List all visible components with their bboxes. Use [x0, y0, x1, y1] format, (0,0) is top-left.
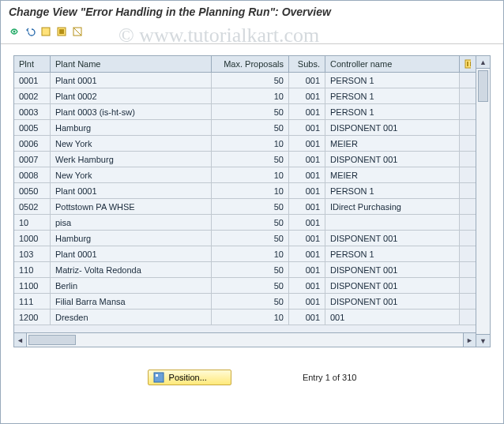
cell-plnt[interactable]: 0006	[14, 136, 51, 151]
cell-controller-name[interactable]: DISPONENT 001	[325, 152, 460, 167]
cell-subs[interactable]: 001	[289, 199, 325, 214]
cell-max-proposals[interactable]: 50	[212, 104, 289, 119]
col-header-controller-name[interactable]: Controller name	[325, 56, 460, 72]
cell-plant-name[interactable]: pisa	[51, 215, 212, 230]
cell-max-proposals[interactable]: 50	[212, 215, 289, 230]
cell-max-proposals[interactable]: 50	[212, 262, 289, 277]
cell-controller-name[interactable]: PERSON 1	[325, 104, 460, 119]
cell-plnt[interactable]: 1200	[14, 310, 51, 325]
cell-controller-name[interactable]: MEIER	[325, 136, 460, 151]
cell-plant-name[interactable]: Hamburg	[51, 231, 212, 246]
cell-max-proposals[interactable]: 10	[212, 136, 289, 151]
cell-subs[interactable]: 001	[289, 215, 325, 230]
v-scroll-track[interactable]	[476, 69, 490, 334]
cell-max-proposals[interactable]: 10	[212, 310, 289, 325]
undo-icon[interactable]	[23, 24, 37, 39]
cell-subs[interactable]: 001	[289, 104, 325, 119]
table-row[interactable]: 1000Hamburg50001DISPONENT 001	[14, 231, 476, 246]
cell-subs[interactable]: 001	[289, 120, 325, 135]
cell-subs[interactable]: 001	[289, 310, 325, 325]
table-row[interactable]: 0005Hamburg50001DISPONENT 001	[14, 120, 476, 136]
cell-plant-name[interactable]: Berlin	[51, 278, 212, 293]
cell-max-proposals[interactable]: 50	[212, 73, 289, 88]
cell-subs[interactable]: 001	[289, 294, 325, 309]
scroll-down-icon[interactable]: ▼	[476, 334, 490, 347]
cell-plant-name[interactable]: Plant 0001	[51, 183, 212, 198]
cell-max-proposals[interactable]: 10	[212, 246, 289, 261]
table-row[interactable]: 0008New York10001MEIER	[14, 167, 476, 183]
col-header-max-proposals[interactable]: Max. Proposals	[212, 56, 289, 72]
cell-plnt[interactable]: 1100	[14, 278, 51, 293]
cell-plant-name[interactable]: Plant 0003 (is-ht-sw)	[51, 104, 212, 119]
cell-plant-name[interactable]: Hamburg	[51, 120, 212, 135]
scroll-right-icon[interactable]: ►	[463, 333, 476, 347]
table-row[interactable]: 0003Plant 0003 (is-ht-sw)50001PERSON 1	[14, 104, 476, 120]
table-row[interactable]: 0007Werk Hamburg50001DISPONENT 001	[14, 152, 476, 167]
cell-plant-name[interactable]: Plant 0001	[51, 246, 212, 261]
cell-subs[interactable]: 001	[289, 88, 325, 103]
cell-controller-name[interactable]: PERSON 1	[325, 246, 460, 261]
cell-plant-name[interactable]: Filial Barra Mansa	[51, 294, 212, 309]
cell-plnt[interactable]: 111	[14, 294, 51, 309]
cell-controller-name[interactable]	[325, 215, 460, 230]
cell-plnt[interactable]: 103	[14, 246, 51, 261]
select-block-icon[interactable]	[55, 24, 69, 39]
table-row[interactable]: 103Plant 000110001PERSON 1	[14, 246, 476, 262]
table-row[interactable]: 10pisa50001	[14, 215, 476, 231]
table-row[interactable]: 0050Plant 000110001PERSON 1	[14, 183, 476, 199]
cell-controller-name[interactable]: DISPONENT 001	[325, 120, 460, 135]
cell-max-proposals[interactable]: 50	[212, 120, 289, 135]
other-view-icon[interactable]	[7, 24, 21, 39]
cell-plant-name[interactable]: Matriz- Volta Redonda	[51, 262, 212, 277]
cell-plant-name[interactable]: Werk Hamburg	[51, 152, 212, 167]
cell-controller-name[interactable]: PERSON 1	[325, 88, 460, 103]
cell-subs[interactable]: 001	[289, 246, 325, 261]
table-row[interactable]: 0002Plant 000210001PERSON 1	[14, 88, 476, 104]
cell-controller-name[interactable]: PERSON 1	[325, 183, 460, 198]
cell-plnt[interactable]: 0007	[14, 152, 51, 167]
cell-plant-name[interactable]: Plant 0001	[51, 73, 212, 88]
scroll-left-icon[interactable]: ◄	[14, 333, 27, 347]
table-row[interactable]: 0502Pottstown PA WHSE50001IDirect Purcha…	[14, 199, 476, 215]
cell-plant-name[interactable]: Plant 0002	[51, 88, 212, 103]
cell-subs[interactable]: 001	[289, 136, 325, 151]
cell-max-proposals[interactable]: 50	[212, 231, 289, 246]
cell-subs[interactable]: 001	[289, 183, 325, 198]
cell-plant-name[interactable]: New York	[51, 167, 212, 182]
table-row[interactable]: 1200Dresden10001001	[14, 310, 476, 325]
cell-subs[interactable]: 001	[289, 152, 325, 167]
cell-plnt[interactable]: 0001	[14, 73, 51, 88]
cell-plant-name[interactable]: New York	[51, 136, 212, 151]
cell-controller-name[interactable]: IDirect Purchasing	[325, 199, 460, 214]
cell-plnt[interactable]: 0003	[14, 104, 51, 119]
col-header-plnt[interactable]: Plnt	[14, 56, 51, 72]
cell-max-proposals[interactable]: 50	[212, 294, 289, 309]
cell-subs[interactable]: 001	[289, 262, 325, 277]
cell-controller-name[interactable]: DISPONENT 001	[325, 262, 460, 277]
col-header-subs[interactable]: Subs.	[289, 56, 325, 72]
cell-controller-name[interactable]: DISPONENT 001	[325, 294, 460, 309]
cell-controller-name[interactable]: MEIER	[325, 167, 460, 182]
select-all-icon[interactable]	[39, 24, 53, 39]
table-row[interactable]: 110Matriz- Volta Redonda50001DISPONENT 0…	[14, 262, 476, 278]
cell-plnt[interactable]: 0008	[14, 167, 51, 182]
cell-plnt[interactable]: 110	[14, 262, 51, 277]
cell-plant-name[interactable]: Pottstown PA WHSE	[51, 199, 212, 214]
cell-plant-name[interactable]: Dresden	[51, 310, 212, 325]
cell-plnt[interactable]: 10	[14, 215, 51, 230]
table-row[interactable]: 1100Berlin50001DISPONENT 001	[14, 278, 476, 294]
cell-plnt[interactable]: 0050	[14, 183, 51, 198]
table-row[interactable]: 0006New York10001MEIER	[14, 136, 476, 152]
cell-controller-name[interactable]: PERSON 1	[325, 73, 460, 88]
h-scroll-track[interactable]	[27, 333, 463, 347]
cell-controller-name[interactable]: DISPONENT 001	[325, 231, 460, 246]
cell-max-proposals[interactable]: 10	[212, 88, 289, 103]
cell-subs[interactable]: 001	[289, 167, 325, 182]
cell-plnt[interactable]: 0002	[14, 88, 51, 103]
position-button[interactable]: Position...	[148, 370, 231, 385]
scroll-up-icon[interactable]: ▲	[476, 56, 490, 69]
deselect-all-icon[interactable]	[70, 24, 85, 39]
cell-max-proposals[interactable]: 50	[212, 278, 289, 293]
cell-plnt[interactable]: 0502	[14, 199, 51, 214]
cell-controller-name[interactable]: 001	[325, 310, 460, 325]
